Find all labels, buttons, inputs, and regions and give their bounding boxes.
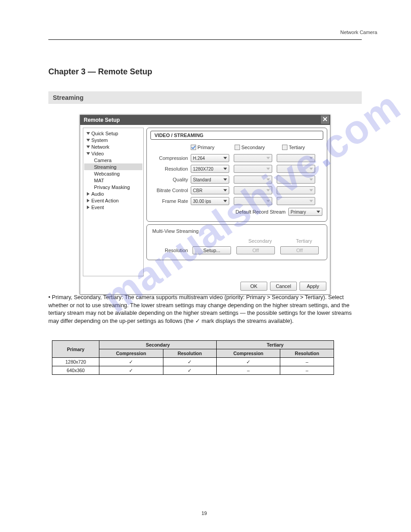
tree-streaming[interactable]: Streaming — [84, 163, 142, 170]
chevron-down-icon — [223, 200, 228, 202]
default-record-combo[interactable]: Primary — [288, 208, 322, 216]
stream-checkbox-row: Primary Secondary Tertiary — [150, 142, 323, 152]
tree-network[interactable]: Network — [84, 143, 142, 150]
resolution-label: Resolution — [150, 166, 191, 172]
framerate-tertiary-combo[interactable] — [277, 197, 315, 205]
chevron-down-icon — [316, 210, 321, 213]
resolution-table: Primary Secondary Tertiary Compression R… — [52, 340, 334, 375]
chevron-right-icon — [86, 198, 90, 203]
chevron-down-icon — [265, 167, 271, 170]
dialog-screenshot: Remote Setup Quick Setup System Network … — [80, 115, 330, 295]
content-area: VIDEO / STREAMING Primary Secondary — [146, 128, 327, 276]
resolution-secondary-combo[interactable] — [234, 165, 272, 173]
chevron-down-icon — [308, 167, 314, 170]
ok-button[interactable]: OK — [240, 282, 267, 291]
cancel-button[interactable]: Cancel — [270, 282, 297, 291]
close-button[interactable] — [321, 116, 329, 124]
mv-tertiary-label: Tertiary — [285, 238, 323, 244]
checkbox-icon — [235, 145, 240, 150]
svg-marker-21 — [223, 200, 227, 202]
streaming-panel: VIDEO / STREAMING Primary Secondary — [146, 128, 327, 222]
page-header-meta: Network Camera — [340, 30, 377, 35]
dialog-body: Quick Setup System Network Video Camera … — [80, 125, 330, 279]
resolution-row: Resolution 1280X720 — [150, 164, 323, 174]
svg-marker-20 — [309, 189, 313, 192]
bitrate-primary-combo[interactable]: CBR — [191, 186, 229, 194]
mv-secondary-button[interactable]: Off — [236, 246, 275, 254]
compression-secondary-combo[interactable] — [234, 154, 272, 162]
tree-mat[interactable]: MAT — [84, 177, 142, 184]
primary-checkbox[interactable]: Primary — [191, 145, 230, 150]
quality-tertiary-combo[interactable] — [277, 176, 315, 184]
tertiary-checkbox[interactable]: Tertiary — [282, 145, 321, 150]
quality-primary-combo[interactable]: Standard — [191, 176, 229, 184]
table-row: 640x360 ✓ ✓ – – — [52, 366, 334, 375]
svg-marker-24 — [317, 211, 320, 213]
mv-secondary-label: Secondary — [241, 238, 279, 244]
bitrate-row: Bitrate Control CBR — [150, 185, 323, 195]
bitrate-secondary-combo[interactable] — [234, 186, 272, 194]
checkbox-icon — [282, 145, 287, 150]
svg-marker-17 — [309, 179, 313, 181]
chevron-down-icon — [86, 151, 90, 156]
bitrate-tertiary-combo[interactable] — [277, 186, 315, 194]
svg-marker-23 — [309, 200, 313, 202]
svg-marker-4 — [86, 146, 90, 148]
compression-tertiary-combo[interactable] — [277, 154, 315, 162]
framerate-label: Frame Rate — [150, 198, 191, 204]
section-heading-bar: Streaming — [48, 91, 362, 104]
svg-marker-6 — [87, 192, 90, 196]
tree-system[interactable]: System — [84, 137, 142, 143]
svg-marker-22 — [266, 200, 270, 202]
page: Network Camera Chapter 3 — Remote Setup … — [0, 0, 411, 532]
svg-marker-18 — [223, 189, 227, 192]
apply-button[interactable]: Apply — [300, 282, 326, 291]
svg-marker-7 — [87, 199, 90, 202]
tree-camera[interactable]: Camera — [84, 157, 142, 163]
close-icon — [323, 116, 327, 123]
tree-webcasting[interactable]: Webcasting — [84, 170, 142, 177]
mv-setup-button[interactable]: Setup... — [193, 246, 231, 254]
chevron-down-icon — [308, 189, 314, 192]
doc-title: Network Camera — [340, 30, 377, 35]
svg-marker-3 — [86, 139, 90, 142]
secondary-checkbox[interactable]: Secondary — [235, 145, 274, 150]
svg-marker-13 — [266, 168, 270, 170]
resolution-primary-combo[interactable]: 1280X720 — [191, 165, 229, 173]
framerate-secondary-combo[interactable] — [234, 197, 272, 205]
resolution-tertiary-combo[interactable] — [277, 165, 315, 173]
bitrate-label: Bitrate Control — [150, 188, 191, 193]
chevron-right-icon — [86, 205, 90, 210]
default-record-label: Default Record Stream — [235, 209, 286, 215]
intro-paragraph: • Primary, Secondary, Tertiary: The came… — [48, 294, 362, 325]
tree-privacy[interactable]: Privacy Masking — [84, 184, 142, 190]
th-ter-comp: Compression — [217, 349, 280, 358]
compression-label: Compression — [150, 155, 191, 161]
tree-event[interactable]: Event — [84, 204, 142, 210]
section-heading: Streaming — [48, 94, 83, 101]
svg-marker-14 — [309, 168, 313, 170]
svg-marker-16 — [266, 179, 270, 181]
chevron-down-icon — [223, 167, 228, 170]
tree-audio[interactable]: Audio — [84, 190, 142, 197]
multiview-header: Secondary Tertiary — [152, 238, 323, 245]
mv-tertiary-button[interactable]: Off — [280, 246, 319, 254]
svg-marker-10 — [266, 157, 270, 159]
tree-quick-setup[interactable]: Quick Setup — [84, 130, 142, 137]
default-record-row: Default Record Stream Primary — [150, 207, 323, 217]
compression-primary-combo[interactable]: H.264 — [191, 154, 229, 162]
chevron-down-icon — [308, 178, 314, 181]
checkbox-checked-icon — [191, 145, 196, 150]
dialog-footer: OK Cancel Apply — [80, 279, 330, 294]
tree-video[interactable]: Video — [84, 150, 142, 157]
svg-marker-15 — [223, 179, 227, 181]
chevron-down-icon — [308, 200, 314, 202]
table-header-row: Primary Secondary Tertiary — [52, 341, 334, 349]
framerate-primary-combo[interactable]: 30.00 ips — [191, 197, 229, 205]
tree-event-action[interactable]: Event Action — [84, 197, 142, 204]
quality-secondary-combo[interactable] — [234, 176, 272, 184]
header-rule — [48, 39, 362, 40]
chevron-down-icon — [86, 138, 90, 142]
multiview-panel: Multi-View Streaming Secondary Tertiary … — [146, 224, 327, 260]
th-tertiary: Tertiary — [217, 341, 334, 349]
